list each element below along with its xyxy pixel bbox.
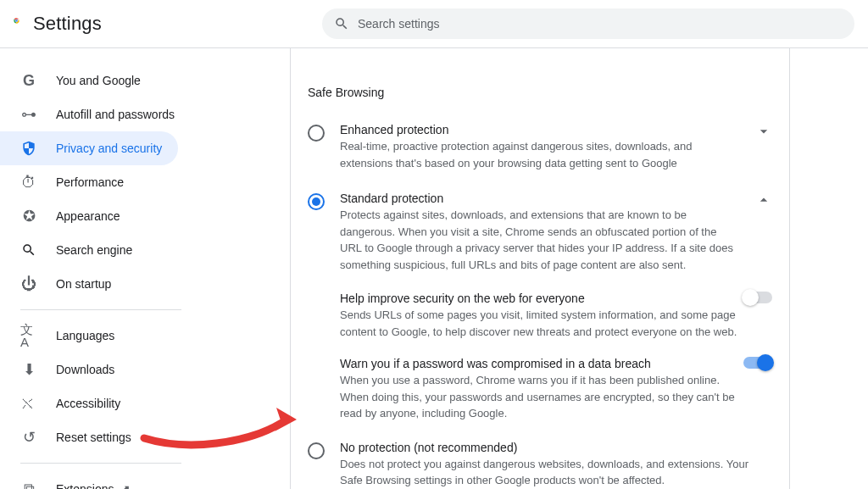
- sidebar-label: Search engine: [56, 243, 132, 257]
- download-icon: ⬇: [20, 361, 37, 378]
- safe-browsing-header: Safe Browsing: [308, 86, 772, 99]
- sidebar-label: Accessibility: [56, 397, 120, 410]
- option-title: Enhanced protection: [340, 123, 738, 136]
- password-breach-warning-row: Warn you if a password was compromised i…: [340, 348, 772, 431]
- sidebar-item-reset[interactable]: ↺ Reset settings: [0, 420, 178, 454]
- toggle-help-improve[interactable]: [743, 292, 772, 303]
- chrome-logo-icon: [14, 14, 19, 34]
- settings-content: Safe Browsing Enhanced protection Real-t…: [212, 48, 868, 489]
- extension-icon: ⧉: [20, 481, 37, 489]
- sub-desc: Sends URLs of some pages you visit, limi…: [340, 307, 738, 340]
- sidebar-label: Autofill and passwords: [56, 108, 175, 121]
- speedometer-icon: ⏱: [20, 174, 37, 191]
- shield-icon: [20, 140, 37, 157]
- sidebar-label: Languages: [56, 329, 114, 342]
- option-desc: Real-time, proactive protection against …: [340, 138, 738, 171]
- sidebar-label: Downloads: [56, 363, 114, 376]
- sidebar-separator: [20, 463, 181, 464]
- sidebar-item-autofill[interactable]: ⊶ Autofill and passwords: [0, 97, 178, 131]
- reset-icon: ↺: [20, 429, 37, 446]
- sidebar-item-appearance[interactable]: ✪ Appearance: [0, 199, 178, 233]
- sidebar-item-accessibility[interactable]: ⛌ Accessibility: [0, 386, 178, 420]
- expand-button[interactable]: [738, 123, 772, 140]
- sub-title: Help improve security on the web for eve…: [340, 292, 738, 305]
- radio-no-protection[interactable]: [308, 442, 325, 459]
- sidebar-separator: [20, 309, 181, 310]
- safe-browsing-option-enhanced[interactable]: Enhanced protection Real-time, proactive…: [308, 113, 772, 181]
- collapse-button[interactable]: [738, 192, 772, 208]
- chevron-down-icon: [755, 123, 772, 140]
- sidebar-item-privacy-security[interactable]: Privacy and security: [0, 131, 178, 165]
- sidebar-label: Performance: [56, 175, 124, 189]
- radio-enhanced[interactable]: [308, 125, 325, 142]
- sidebar-label: Privacy and security: [56, 142, 162, 155]
- sidebar-item-performance[interactable]: ⏱ Performance: [0, 165, 178, 199]
- search-settings-input[interactable]: Search settings: [322, 8, 854, 39]
- option-title: No protection (not recommended): [340, 441, 772, 454]
- sidebar-label: Reset settings: [56, 431, 131, 444]
- sidebar-item-on-startup[interactable]: ⏻ On startup: [0, 267, 178, 301]
- toggle-password-breach[interactable]: [743, 357, 772, 369]
- accessibility-icon: ⛌: [20, 395, 37, 412]
- translate-icon: 文A: [20, 327, 37, 344]
- sidebar-item-extensions[interactable]: ⧉ Extensions ⬈: [0, 472, 178, 489]
- sidebar-label: Extensions: [56, 482, 114, 489]
- body-layout: G You and Google ⊶ Autofill and password…: [0, 48, 868, 489]
- page-title: Settings: [33, 13, 102, 35]
- radio-standard[interactable]: [308, 193, 325, 210]
- svg-point-3: [15, 19, 17, 21]
- app-header: Settings Search settings: [0, 0, 868, 47]
- key-icon: ⊶: [20, 106, 37, 123]
- sidebar-label: You and Google: [56, 74, 141, 87]
- option-desc: Does not protect you against dangerous w…: [340, 456, 772, 489]
- option-title: Standard protection: [340, 192, 738, 205]
- search-icon: [334, 16, 349, 31]
- standard-sub-options: Help improve security on the web for eve…: [308, 283, 772, 431]
- search-icon: [20, 242, 37, 258]
- power-icon: ⏻: [20, 275, 37, 292]
- sidebar-label: Appearance: [56, 209, 120, 223]
- appearance-icon: ✪: [20, 208, 37, 225]
- sidebar-label: On startup: [56, 277, 111, 291]
- external-link-icon: ⬈: [120, 482, 131, 489]
- settings-sidebar: G You and Google ⊶ Autofill and password…: [0, 48, 212, 489]
- search-placeholder: Search settings: [358, 17, 440, 31]
- sidebar-item-languages[interactable]: 文A Languages: [0, 319, 178, 353]
- sidebar-item-search-engine[interactable]: Search engine: [0, 233, 178, 267]
- safe-browsing-option-no-protection[interactable]: No protection (not recommended) Does not…: [308, 431, 772, 490]
- option-desc: Protects against sites, downloads, and e…: [340, 207, 738, 273]
- sidebar-item-downloads[interactable]: ⬇ Downloads: [0, 353, 178, 386]
- help-improve-security-row: Help improve security on the web for eve…: [340, 283, 772, 348]
- sidebar-item-you-and-google[interactable]: G You and Google: [0, 64, 178, 97]
- sub-desc: When you use a password, Chrome warns yo…: [340, 372, 738, 422]
- sub-title: Warn you if a password was compromised i…: [340, 357, 738, 370]
- safe-browsing-option-standard[interactable]: Standard protection Protects against sit…: [308, 181, 772, 283]
- chevron-up-icon: [755, 192, 772, 208]
- settings-card: Safe Browsing Enhanced protection Real-t…: [290, 48, 790, 489]
- google-g-icon: G: [20, 72, 37, 89]
